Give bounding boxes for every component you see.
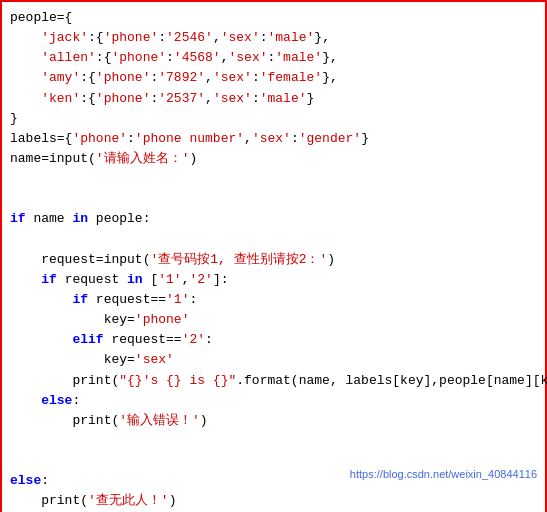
code-text: } [361, 131, 369, 146]
code-line-blank [10, 169, 537, 189]
code-indent [10, 373, 72, 388]
kw-token: if [41, 272, 57, 287]
code-line: print("{}'s {} is {}".format(name, label… [10, 371, 537, 391]
code-line: name=input('请输入姓名：') [10, 149, 537, 169]
str-token: '1' [158, 272, 181, 287]
code-indent [10, 30, 41, 45]
kw-token: if [72, 292, 88, 307]
kw-token: else [10, 473, 41, 488]
str-token: 'gender' [299, 131, 361, 146]
str-token: '2537' [158, 91, 205, 106]
str-token: '2' [182, 332, 205, 347]
str-token: 'sex' [213, 70, 252, 85]
str-token: 'jack' [41, 30, 88, 45]
code-line: key='sex' [10, 350, 537, 370]
str-token: '4568' [174, 50, 221, 65]
code-text: name=input( [10, 151, 96, 166]
code-line: print('查无此人！') [10, 491, 537, 511]
code-line: 'amy':{'phone':'7892','sex':'female'}, [10, 68, 537, 88]
code-text: ) [189, 151, 197, 166]
str-token: 'phone' [111, 50, 166, 65]
code-text: } [307, 91, 315, 106]
str-token: 'phone' [135, 312, 190, 327]
code-text: [ [143, 272, 159, 287]
code-text: ]: [213, 272, 229, 287]
str-token: 'phone number' [135, 131, 244, 146]
code-line: } [10, 109, 537, 129]
kw-token: if [10, 211, 26, 226]
str-token: 'sex' [228, 50, 267, 65]
code-indent [10, 70, 41, 85]
code-text: print( [72, 413, 119, 428]
kw-token: else [41, 393, 72, 408]
code-text: people={ [10, 10, 72, 25]
code-line: labels={'phone':'phone number','sex':'ge… [10, 129, 537, 149]
code-text: ) [169, 493, 177, 508]
code-text: key= [104, 312, 135, 327]
code-text: : [41, 473, 49, 488]
code-line: people={ [10, 8, 537, 28]
code-indent [10, 91, 41, 106]
code-indent [10, 312, 104, 327]
kw-token: in [72, 211, 88, 226]
str-token: 'phone' [96, 91, 151, 106]
str-token: 'female' [260, 70, 322, 85]
main-container: people={ 'jack':{'phone':'2546','sex':'m… [0, 0, 547, 512]
code-text: }, [322, 50, 338, 65]
str-token: '1' [166, 292, 189, 307]
str-token: 'phone' [72, 131, 127, 146]
code-text: labels={ [10, 131, 72, 146]
str-token: 'male' [275, 50, 322, 65]
code-line-blank [10, 431, 537, 451]
code-line: if request=='1': [10, 290, 537, 310]
code-text: , [205, 91, 213, 106]
code-text: people: [88, 211, 150, 226]
code-text: print( [72, 373, 119, 388]
code-indent [10, 352, 104, 367]
code-indent [10, 272, 41, 287]
code-text: request== [88, 292, 166, 307]
code-text: }, [314, 30, 330, 45]
str-token: 'allen' [41, 50, 96, 65]
code-text: :{ [88, 30, 104, 45]
str-token: 'ken' [41, 91, 80, 106]
code-line: request=input('查号码按1, 查性别请按2：') [10, 250, 537, 270]
str-token: 'male' [260, 91, 307, 106]
code-text: : [252, 70, 260, 85]
code-text: :{ [80, 70, 96, 85]
code-text: name [26, 211, 73, 226]
code-text: : [158, 30, 166, 45]
str-token: 'male' [268, 30, 315, 45]
code-text: : [166, 50, 174, 65]
code-area: people={ 'jack':{'phone':'2546','sex':'m… [2, 2, 545, 512]
code-line-blank [10, 189, 537, 209]
code-indent [10, 252, 41, 267]
code-text: .format(name, labels[key],people[name][k… [236, 373, 547, 388]
str-token: '查无此人！' [88, 493, 169, 508]
code-text: :{ [96, 50, 112, 65]
code-text: : [127, 131, 135, 146]
code-text: , [244, 131, 252, 146]
str-token: '输入错误！' [119, 413, 200, 428]
code-text: : [205, 332, 213, 347]
code-text: request== [104, 332, 182, 347]
str-token: '查号码按1, 查性别请按2：' [150, 252, 327, 267]
code-line: if request in ['1','2']: [10, 270, 537, 290]
code-text: : [252, 91, 260, 106]
code-line: elif request=='2': [10, 330, 537, 350]
code-line: print('输入错误！') [10, 411, 537, 431]
code-line: if name in people: [10, 209, 537, 229]
code-line: 'jack':{'phone':'2546','sex':'male'}, [10, 28, 537, 48]
str-token: 'phone' [104, 30, 159, 45]
code-indent [10, 393, 41, 408]
code-indent [10, 493, 41, 508]
code-text: :{ [80, 91, 96, 106]
code-text: print( [41, 493, 88, 508]
str-token: '2546' [166, 30, 213, 45]
code-line: else: [10, 391, 537, 411]
str-token: 'sex' [213, 91, 252, 106]
str-token: 'sex' [135, 352, 174, 367]
code-text: : [260, 30, 268, 45]
code-line: 'ken':{'phone':'2537','sex':'male'} [10, 89, 537, 109]
code-indent [10, 50, 41, 65]
